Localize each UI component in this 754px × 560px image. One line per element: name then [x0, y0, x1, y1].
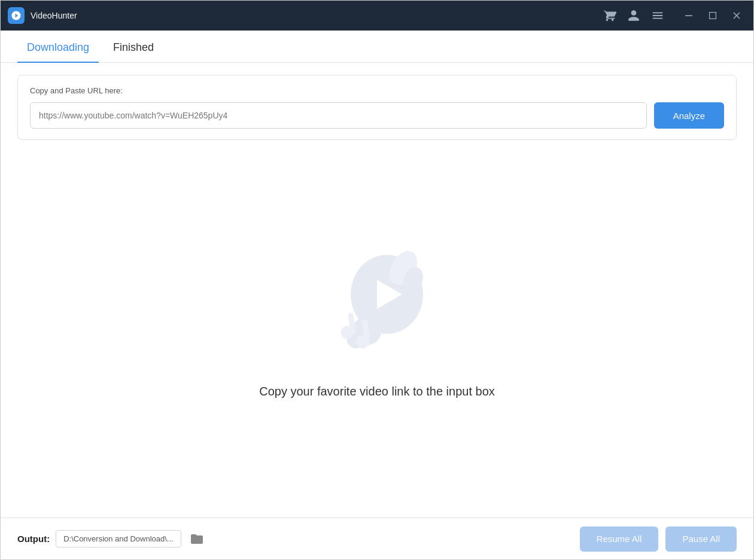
- tab-downloading[interactable]: Downloading: [17, 31, 99, 62]
- empty-state-message: Copy your favorite video link to the inp…: [259, 385, 495, 398]
- empty-state-icon: [311, 235, 443, 367]
- app-logo: [8, 7, 25, 24]
- footer-actions: Resume All Pause All: [580, 526, 737, 552]
- logo-icon: [11, 10, 22, 21]
- tabs-area: Downloading Finished: [1, 31, 753, 63]
- svg-rect-0: [685, 16, 692, 17]
- user-icon[interactable]: [627, 8, 641, 23]
- folder-icon: [190, 532, 204, 546]
- empty-state: Copy your favorite video link to the inp…: [1, 152, 753, 518]
- menu-icon[interactable]: [650, 8, 665, 23]
- output-label: Output:: [17, 534, 50, 544]
- cart-icon[interactable]: [603, 8, 617, 23]
- url-input-row: Analyze: [30, 102, 724, 129]
- folder-browse-button[interactable]: [186, 528, 208, 550]
- window-controls: [679, 7, 746, 24]
- tab-finished[interactable]: Finished: [104, 31, 163, 62]
- footer: Output: D:\Conversion and Download\... R…: [1, 518, 753, 559]
- url-area: Copy and Paste URL here: Analyze: [17, 75, 737, 140]
- svg-rect-1: [710, 13, 716, 19]
- main-content: Downloading Finished Copy and Paste URL …: [1, 31, 753, 518]
- minimize-button[interactable]: [679, 7, 698, 24]
- maximize-button[interactable]: [703, 7, 722, 24]
- analyze-button[interactable]: Analyze: [654, 102, 724, 129]
- url-input[interactable]: [30, 102, 647, 129]
- title-bar: VideoHunter: [1, 1, 753, 31]
- app-title: VideoHunter: [31, 11, 603, 20]
- close-button[interactable]: [727, 7, 746, 24]
- app-window: VideoHunter: [0, 0, 754, 560]
- pause-all-button[interactable]: Pause All: [665, 526, 737, 552]
- output-path: D:\Conversion and Download\...: [56, 530, 181, 547]
- resume-all-button[interactable]: Resume All: [580, 526, 659, 552]
- url-label: Copy and Paste URL here:: [30, 86, 724, 95]
- title-bar-controls: [603, 7, 746, 24]
